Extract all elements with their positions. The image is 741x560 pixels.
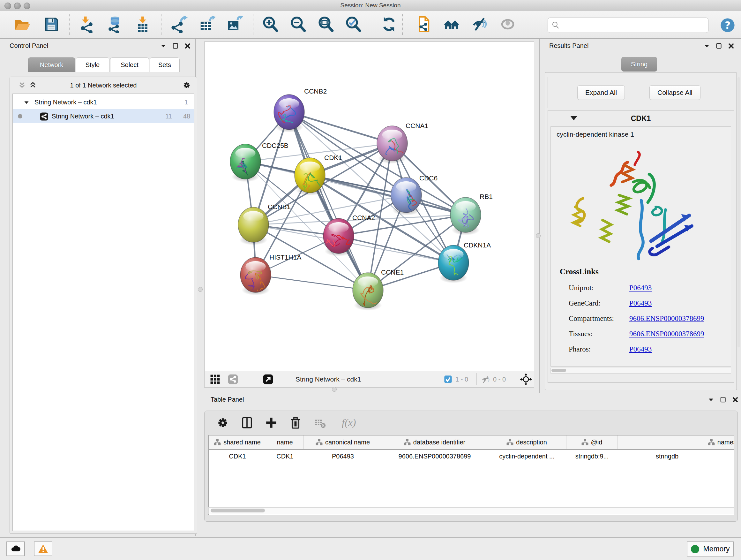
table-panel-title: Table Panel [211,396,244,403]
network-canvas[interactable]: CCNB2CCNA1CDC25BCDK1CDC6RB1CCNB1CCNA2CDK… [204,42,534,371]
tab-style[interactable]: Style [76,57,110,72]
crosslink-link[interactable]: P06493 [629,299,652,307]
tab-sets[interactable]: Sets [150,57,180,72]
network-row-selected[interactable]: String Network – cdk1 11 48 [13,109,194,123]
export-network-button[interactable] [170,15,188,34]
close-panel-icon[interactable] [184,42,192,50]
node-CDC25B[interactable]: CDC25B [230,142,288,182]
tab-select[interactable]: Select [110,57,149,72]
node-CCNB2[interactable]: CCNB2 [274,87,327,132]
expand-all-button[interactable]: Expand All [577,85,625,100]
cell--id[interactable]: stringdb:9... [566,449,617,463]
warnings-button[interactable] [34,542,52,556]
folder-icon [13,16,30,33]
column-header-namespace[interactable]: namespace [617,435,734,449]
left-splitter-handle[interactable] [198,287,203,292]
close-panel-icon[interactable] [731,396,739,403]
help-button[interactable]: ? [720,17,735,33]
float-panel-icon[interactable] [715,42,723,50]
close-panel-icon[interactable] [727,42,735,50]
node-CDKN1A[interactable]: CDKN1A [438,241,491,283]
string-view-icon[interactable] [227,374,239,385]
panel-menu-icon[interactable] [707,396,715,403]
grid-view-icon[interactable] [210,374,220,385]
table-options-gear-icon[interactable] [216,416,229,429]
home-button[interactable] [442,15,461,34]
network-collection-row[interactable]: String Network – cdk1 1 [13,95,194,109]
crosslink-row: Compartments:9606.ENSP00000378699 [569,314,728,327]
column-header-name[interactable]: name [266,435,304,449]
results-panel: Results Panel String Expand All Collapse… [539,39,741,393]
export-image-button[interactable] [225,15,244,34]
show-hidden-button[interactable] [498,15,517,34]
cell-database-identifier[interactable]: 9606.ENSP00000378699 [382,449,487,463]
column-header-database-identifier[interactable]: database identifier [382,435,487,449]
table-row[interactable]: CDK1CDK1P064939606.ENSP00000378699cyclin… [209,449,734,463]
create-column-plus-icon[interactable] [265,416,278,429]
export-table-button[interactable] [198,15,216,34]
column-header-description[interactable]: description [487,435,566,449]
cell-namespace[interactable]: stringdb [617,449,734,463]
panel-menu-icon[interactable] [159,42,167,50]
crosslink-link[interactable]: 9606.ENSP00000378699 [629,330,704,338]
node-table[interactable]: shared namenamecanonical namedatabase id… [208,435,734,515]
float-panel-icon[interactable] [719,396,727,403]
crosslink-link[interactable]: 9606.ENSP00000378699 [629,314,704,323]
column-header--id[interactable]: @id [566,435,617,449]
open-session-button[interactable] [13,15,31,34]
zoom-out-button[interactable] [289,15,307,34]
panel-menu-icon[interactable] [703,42,711,50]
zoom-in-button[interactable] [261,15,280,34]
column-header-canonical-name[interactable]: canonical name [304,435,382,449]
node-label-CCNB2: CCNB2 [304,87,327,95]
gene-section-header[interactable]: CDK1 [548,111,734,126]
birdseye-crosshair-icon[interactable] [520,373,532,385]
import-network-database-button[interactable] [105,15,124,34]
cell-canonical-name[interactable]: P06493 [304,449,382,463]
memory-button[interactable]: Memory [687,542,734,557]
edge-CCNB2-CCNE1[interactable] [289,112,368,290]
tab-string[interactable]: String [621,57,657,71]
edge-HIST1H1A-CCNE1[interactable] [256,275,368,290]
delete-table-icon-disabled [314,417,327,429]
search-input[interactable] [560,19,708,32]
edge-CCNB2-CCNA1[interactable] [289,112,392,143]
edge-CCNA2-CDKN1A[interactable] [339,236,454,263]
crosslink-link[interactable]: P06493 [629,284,652,292]
right-splitter-handle[interactable] [536,233,541,238]
cell-name[interactable]: CDK1 [266,449,304,463]
node-HIST1H1A[interactable]: HIST1H1A [240,253,301,295]
zoom-fit-button[interactable] [317,15,335,34]
clone-network-button[interactable] [414,15,433,34]
node-CDK1[interactable]: CDK1 [294,154,342,196]
apply-layout-button[interactable] [380,15,398,34]
import-table-button[interactable] [133,15,152,34]
collapse-all-button[interactable]: Collapse All [650,85,700,100]
delete-column-trash-icon[interactable] [289,416,302,429]
results-vertical-scrollbar[interactable] [738,77,740,348]
save-session-button[interactable] [42,15,61,34]
bottom-splitter-handle[interactable] [332,387,337,392]
toolbar-separator [161,14,161,35]
node-CCNE1[interactable]: CCNE1 [353,268,404,311]
node-RB1[interactable]: RB1 [450,193,493,235]
hide-selected-button[interactable] [470,15,489,34]
zoom-selected-button[interactable] [344,15,362,34]
detach-view-icon[interactable] [263,374,273,385]
cloud-status-button[interactable] [6,542,25,556]
selected-checkbox-icon[interactable] [444,375,452,383]
cell-description[interactable]: cyclin-dependent ... [487,449,566,463]
tab-network[interactable]: Network [28,57,75,72]
show-columns-icon[interactable] [240,416,254,429]
float-panel-icon[interactable] [172,42,179,50]
network-options-gear-icon[interactable] [182,81,191,90]
import-network-file-button[interactable] [78,15,96,34]
crosslink-link[interactable]: P06493 [629,345,652,354]
results-horizontal-scrollbar[interactable] [550,368,731,374]
cell-shared-name[interactable]: CDK1 [209,449,266,463]
column-header-shared-name[interactable]: shared name [209,435,266,449]
collection-expander-icon[interactable] [23,95,30,109]
search-field[interactable] [548,17,709,33]
node-CCNA1[interactable]: CCNA1 [377,122,428,164]
table-horizontal-scrollbar[interactable] [208,507,734,514]
